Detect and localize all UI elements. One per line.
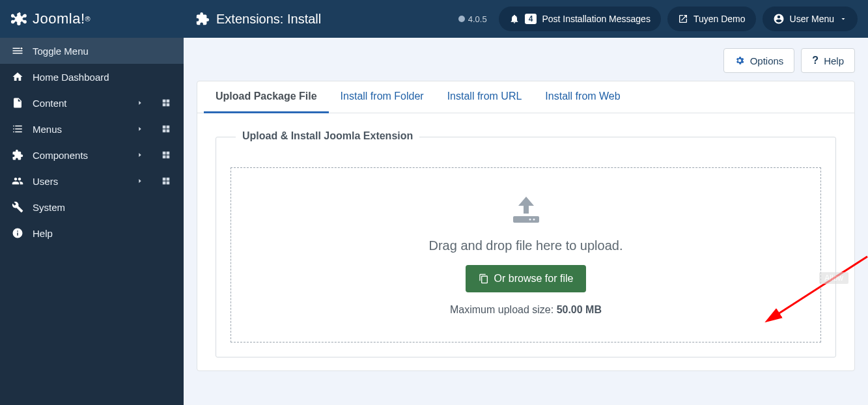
dropzone[interactable]: Drag and drop file here to upload. Or br… xyxy=(231,167,821,342)
site-preview-button[interactable]: Tuyen Demo xyxy=(667,7,756,31)
home-icon xyxy=(12,71,23,83)
toggle-icon xyxy=(12,45,23,57)
sidebar-item-label: Help xyxy=(33,228,53,239)
sidebar-item-system[interactable]: System xyxy=(0,194,184,220)
upload-icon xyxy=(508,194,544,227)
site-name-label: Tuyen Demo xyxy=(693,14,746,24)
sidebar-item-home-dashboard[interactable]: Home Dashboard xyxy=(0,64,184,90)
svg-rect-20 xyxy=(163,182,166,185)
tab-install-from-url[interactable]: Install from URL xyxy=(436,81,534,113)
notif-badge: 4 xyxy=(525,14,537,24)
user-menu-button[interactable]: User Menu xyxy=(763,7,858,31)
page-title-text: Extensions: Install xyxy=(216,12,321,27)
tab-install-from-web[interactable]: Install from Web xyxy=(533,81,632,113)
users-icon xyxy=(12,175,23,187)
grid-icon[interactable] xyxy=(161,176,172,186)
copy-icon xyxy=(479,273,489,284)
brand-text: Joomla! xyxy=(33,10,85,27)
svg-rect-13 xyxy=(167,130,170,133)
chevron-right-icon xyxy=(137,100,146,106)
drop-text: Drag and drop file here to upload. xyxy=(429,238,623,253)
help-label: Help xyxy=(824,55,844,66)
version-indicator: 4.0.5 xyxy=(458,14,487,24)
post-install-label: Post Installation Messages xyxy=(542,14,651,24)
svg-rect-19 xyxy=(167,178,170,181)
user-icon xyxy=(773,13,785,25)
wrench-icon xyxy=(12,201,23,213)
sidebar-item-components[interactable]: Components xyxy=(0,142,184,168)
svg-rect-22 xyxy=(513,216,539,223)
chevron-down-icon xyxy=(839,15,847,23)
sidebar-item-label: Components xyxy=(33,150,88,161)
grid-icon[interactable] xyxy=(161,98,172,107)
info-icon xyxy=(12,227,23,239)
svg-rect-15 xyxy=(167,152,170,155)
tabs: Upload Package FileInstall from FolderIn… xyxy=(197,81,854,113)
svg-rect-16 xyxy=(163,156,166,159)
tab-install-from-folder[interactable]: Install from Folder xyxy=(329,81,436,113)
question-icon: ? xyxy=(812,55,819,66)
user-menu-label: User Menu xyxy=(790,14,834,24)
svg-rect-17 xyxy=(167,156,170,159)
tab-upload-package-file[interactable]: Upload Package File xyxy=(204,81,329,113)
file-icon xyxy=(12,97,23,109)
allow-tag: Allow xyxy=(819,272,848,284)
sidebar-item-users[interactable]: Users xyxy=(0,168,184,194)
joomla-small-icon xyxy=(458,15,466,23)
svg-point-24 xyxy=(529,219,531,221)
svg-rect-10 xyxy=(163,126,166,129)
fieldset-legend: Upload & Install Joomla Extension xyxy=(236,130,419,142)
list-icon xyxy=(12,123,23,135)
svg-rect-14 xyxy=(163,152,166,155)
svg-rect-3 xyxy=(13,53,23,54)
svg-rect-18 xyxy=(163,178,166,181)
sidebar-item-help[interactable]: Help xyxy=(0,220,184,246)
svg-rect-2 xyxy=(13,50,23,51)
svg-rect-7 xyxy=(167,100,170,103)
external-link-icon xyxy=(678,14,688,24)
joomla-icon xyxy=(10,10,27,27)
svg-point-0 xyxy=(458,16,465,22)
page-title: Extensions: Install xyxy=(195,12,321,27)
upload-fieldset: Upload & Install Joomla Extension Drag a… xyxy=(216,137,836,357)
toggle-menu-label: Toggle Menu xyxy=(33,46,89,57)
chevron-right-icon xyxy=(137,126,146,132)
chevron-right-icon xyxy=(137,152,146,158)
options-button[interactable]: Options xyxy=(723,48,795,73)
gear-icon xyxy=(735,55,745,66)
options-label: Options xyxy=(750,55,784,66)
svg-rect-12 xyxy=(163,130,166,133)
help-button[interactable]: ? Help xyxy=(801,48,855,73)
sidebar-item-label: System xyxy=(33,202,65,213)
sidebar-item-label: Home Dashboard xyxy=(33,72,109,83)
install-panel: Upload Package FileInstall from FolderIn… xyxy=(197,81,855,371)
sidebar: Toggle Menu Home DashboardContentMenusCo… xyxy=(0,38,184,405)
sidebar-item-content[interactable]: Content xyxy=(0,90,184,116)
brand-logo[interactable]: Joomla!® xyxy=(0,0,184,38)
sidebar-item-label: Users xyxy=(33,176,58,187)
puzzle-icon xyxy=(12,149,23,161)
browse-file-button[interactable]: Or browse for file xyxy=(466,265,587,292)
puzzle-icon xyxy=(195,12,210,26)
sidebar-item-label: Menus xyxy=(33,124,62,135)
svg-point-23 xyxy=(533,219,535,221)
svg-rect-6 xyxy=(163,100,166,103)
sidebar-item-menus[interactable]: Menus xyxy=(0,116,184,142)
bell-icon xyxy=(509,14,520,24)
toggle-menu-button[interactable]: Toggle Menu xyxy=(0,38,184,64)
version-text: 4.0.5 xyxy=(468,14,487,24)
main-content: Options ? Help Upload Package FileInstal… xyxy=(184,38,868,405)
post-install-button[interactable]: 4 Post Installation Messages xyxy=(499,7,661,31)
sidebar-item-label: Content xyxy=(33,98,67,109)
browse-label: Or browse for file xyxy=(494,273,574,285)
grid-icon[interactable] xyxy=(161,124,172,133)
svg-rect-11 xyxy=(167,126,170,129)
svg-rect-9 xyxy=(167,104,170,107)
svg-rect-21 xyxy=(167,182,170,185)
max-upload-text: Maximum upload size: 50.00 MB xyxy=(450,304,602,316)
svg-rect-8 xyxy=(163,104,166,107)
svg-point-5 xyxy=(21,48,23,49)
grid-icon[interactable] xyxy=(161,150,172,160)
chevron-right-icon xyxy=(137,178,146,184)
